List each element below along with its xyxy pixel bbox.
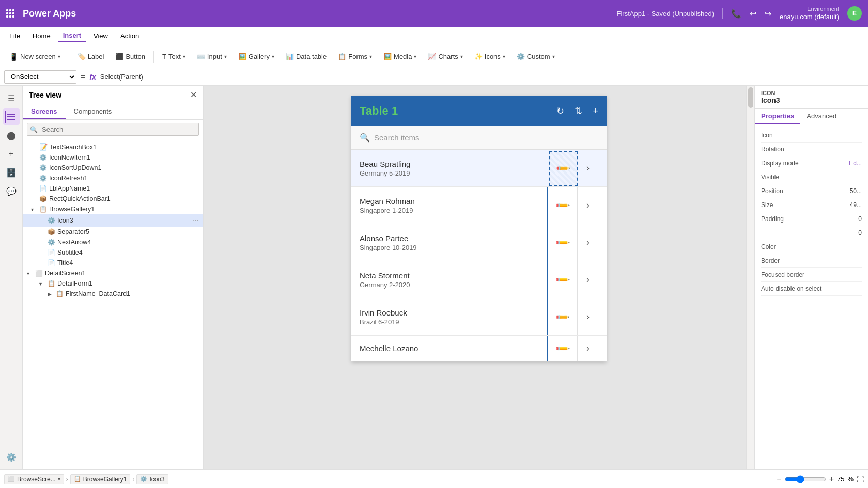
gallery-item-arrow-3[interactable]: ›: [578, 274, 598, 285]
tree-item-iconrefresh1[interactable]: ⚙️ IconRefresh1: [23, 173, 203, 183]
label-icon: 📄: [39, 185, 47, 192]
chevron-down2: ▾: [27, 271, 33, 276]
add-icon[interactable]: +: [3, 146, 20, 162]
sort-icon[interactable]: ⇅: [575, 105, 582, 117]
gallery-item-arrow-4[interactable]: ›: [578, 311, 598, 322]
gallery-button[interactable]: 🖼️ Gallery ▾: [233, 51, 280, 62]
gallery-item-edit-4[interactable]: ✏️: [547, 298, 578, 335]
add-item-icon[interactable]: +: [593, 106, 598, 117]
tree-label: Title4: [57, 259, 199, 266]
forms-icon: 📋: [338, 53, 346, 60]
settings-icon[interactable]: ⚙️: [3, 449, 20, 465]
redo-icon[interactable]: ↪: [765, 9, 771, 19]
tree-item-separator5[interactable]: 📦 Separator5: [23, 227, 203, 237]
hamburger-icon[interactable]: ☰: [3, 90, 20, 106]
user-avatar[interactable]: E: [847, 6, 862, 21]
form-icon: 📋: [48, 280, 55, 287]
gallery-item-edit-5[interactable]: ✏️: [547, 336, 578, 361]
tab-advanced[interactable]: Advanced: [800, 109, 843, 124]
breadcrumb-item-2[interactable]: ⚙️ Icon3: [136, 474, 168, 484]
data-table-button[interactable]: 📊 Data table: [281, 51, 332, 62]
tab-screens[interactable]: Screens: [23, 104, 66, 119]
gallery-item-name-3: Neta Storment: [360, 271, 547, 280]
refresh-icon[interactable]: ↻: [556, 105, 564, 117]
custom-button[interactable]: ⚙️ Custom ▾: [512, 51, 560, 62]
menu-file[interactable]: File: [4, 30, 25, 42]
charts-button[interactable]: 📈 Charts ▾: [423, 51, 468, 62]
tree-item-lblappname1[interactable]: 📄 LblAppName1: [23, 183, 203, 194]
phone-icon[interactable]: 📞: [731, 9, 741, 19]
undo-icon[interactable]: ↩: [750, 9, 756, 19]
gallery-item-3[interactable]: Neta Storment Germany 2-2020 ✏️ ›: [351, 261, 607, 298]
gallery-item-arrow-1[interactable]: ›: [578, 200, 598, 211]
button-button[interactable]: ⬛ Button: [110, 51, 150, 62]
gallery-item-1[interactable]: Megan Rohman Singapore 1-2019 ✏️ ›: [351, 187, 607, 224]
tree-item-rectquickactionbar1[interactable]: 📦 RectQuickActionBar1: [23, 194, 203, 204]
label-button[interactable]: 🏷️ Label: [72, 51, 110, 62]
tree-search-input[interactable]: [27, 123, 199, 136]
formula-input[interactable]: [100, 73, 864, 81]
scrollbar-thumb[interactable]: [748, 87, 753, 108]
tree-item-iconsortupdown1[interactable]: ⚙️ IconSortUpDown1: [23, 163, 203, 173]
grid-icon[interactable]: [6, 9, 14, 18]
expand-icon[interactable]: ⛶: [857, 475, 864, 483]
tree-item-title4[interactable]: 📄 Title4: [23, 258, 203, 268]
tree-item-icon3[interactable]: ⚙️ Icon3 ···: [23, 214, 203, 227]
gallery-item-info-1: Megan Rohman Singapore 1-2019: [360, 197, 547, 214]
database-icon[interactable]: 🗄️: [3, 164, 20, 181]
tree-item-nextarrow4[interactable]: ⚙️ NextArrow4: [23, 237, 203, 247]
tab-properties[interactable]: Properties: [755, 109, 800, 124]
gallery-item-info-3: Neta Storment Germany 2-2020: [360, 271, 547, 289]
tree-item-textsearchbox1[interactable]: 📝 TextSearchBox1: [23, 141, 203, 152]
gallery-item-edit-3[interactable]: ✏️: [547, 261, 578, 298]
prop-padding: Padding 0: [761, 212, 862, 226]
layers-icon[interactable]: ⬤: [3, 127, 20, 144]
more-icon[interactable]: ···: [192, 216, 199, 225]
tree-item-iconnewitem1[interactable]: ⚙️ IconNewItem1: [23, 152, 203, 163]
tree-item-browsegallery1[interactable]: ▾ 📋 BrowseGallery1: [23, 204, 203, 214]
forms-button[interactable]: 📋 Forms ▾: [333, 51, 377, 62]
gallery-item-edit-1[interactable]: ✏️: [547, 187, 578, 224]
media-button[interactable]: 🖼️ Media ▾: [378, 51, 422, 62]
menu-insert[interactable]: Insert: [58, 29, 86, 42]
chevron-right-icon-3: ›: [586, 274, 590, 285]
tree-item-detailscreen1[interactable]: ▾ ⬜ DetailScreen1: [23, 268, 203, 278]
input-button[interactable]: ⌨️ Input ▾: [192, 51, 232, 62]
tree-item-detailform1[interactable]: ▾ 📋 DetailForm1: [23, 278, 203, 289]
new-screen-button[interactable]: 📱 New screen ▾: [4, 51, 66, 63]
gallery-item-arrow-5[interactable]: ›: [578, 343, 598, 354]
breadcrumb-item-1[interactable]: 📋 BrowseGallery1: [70, 474, 131, 484]
prop-label-position: Position: [761, 187, 850, 195]
breadcrumb-item-0[interactable]: ⬜ BrowseScre... ▾: [4, 474, 64, 484]
zoom-in-button[interactable]: +: [829, 475, 834, 484]
tree-view-icon[interactable]: [3, 108, 20, 125]
chat-icon[interactable]: 💬: [3, 183, 20, 199]
zoom-slider[interactable]: [785, 475, 826, 483]
menu-action[interactable]: Action: [115, 30, 144, 42]
close-icon[interactable]: ✕: [190, 90, 197, 100]
gallery-item-0[interactable]: Beau Spratling Germany 5-2019 ✏️ ›: [351, 150, 607, 187]
gallery-item-2[interactable]: Alonso Partee Singapore 10-2019 ✏️ ›: [351, 224, 607, 261]
property-select[interactable]: OnSelect: [4, 70, 76, 84]
gallery-item-4[interactable]: Irvin Roebuck Brazil 6-2019 ✏️ ›: [351, 298, 607, 336]
tree-item-subtitle4[interactable]: 📄 Subtitle4: [23, 247, 203, 258]
gallery-item-name-4: Irvin Roebuck: [360, 308, 547, 317]
gallery-icon: 🖼️: [238, 53, 246, 60]
canvas-scrollbar[interactable]: [746, 86, 754, 469]
gallery-item-edit-2[interactable]: ✏️: [547, 224, 578, 261]
menu-view[interactable]: View: [88, 30, 113, 42]
chevron-right-icon-2: ›: [586, 237, 590, 248]
tree-item-firstname-datacard1[interactable]: ▶ 📋 FirstName_DataCard1: [23, 289, 203, 299]
gallery-item-arrow-0[interactable]: ›: [578, 163, 598, 174]
menu-home[interactable]: Home: [27, 30, 56, 42]
tab-components[interactable]: Components: [66, 104, 120, 119]
prop-label-visible: Visible: [761, 174, 862, 181]
zoom-out-button[interactable]: −: [777, 475, 781, 484]
gallery-item-edit-selected-0[interactable]: ✏️: [549, 151, 578, 186]
gallery-item-arrow-2[interactable]: ›: [578, 237, 598, 248]
text-button[interactable]: T Text ▾: [157, 51, 191, 62]
gallery-item-5[interactable]: Mechelle Lozano ✏️ ›: [351, 336, 607, 361]
gallery-item-sub-4: Brazil 6-2019: [360, 318, 547, 326]
icons-button[interactable]: ✨ Icons ▾: [469, 51, 510, 62]
media-icon: 🖼️: [383, 53, 392, 60]
